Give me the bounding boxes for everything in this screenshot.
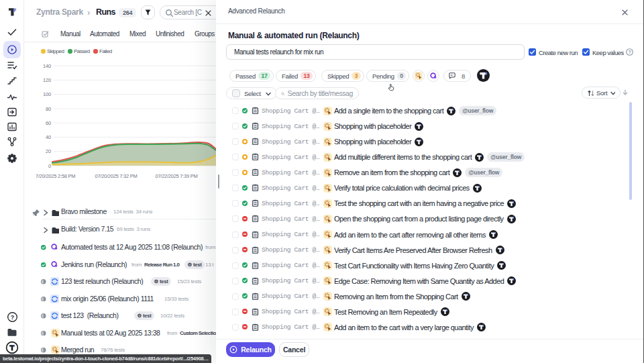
svg-text:?: ?: [628, 50, 631, 54]
svg-text:80: 80: [46, 106, 51, 112]
svg-text:60: 60: [46, 120, 51, 126]
svg-text:100: 100: [43, 91, 51, 97]
svg-text:?: ?: [10, 314, 14, 321]
svg-text:07/20/2025 7:32 PM: 07/20/2025 7:32 PM: [95, 173, 137, 179]
svg-text:120: 120: [43, 77, 51, 83]
svg-text:20: 20: [46, 148, 51, 154]
svg-text:40: 40: [46, 134, 51, 140]
svg-text:07/22/2025 7:39 PM: 07/22/2025 7:39 PM: [155, 173, 197, 179]
svg-text:140: 140: [43, 63, 51, 69]
svg-text:0: 0: [48, 163, 51, 169]
svg-text:7/20/2025 2:58 PM: 7/20/2025 2:58 PM: [36, 173, 75, 179]
